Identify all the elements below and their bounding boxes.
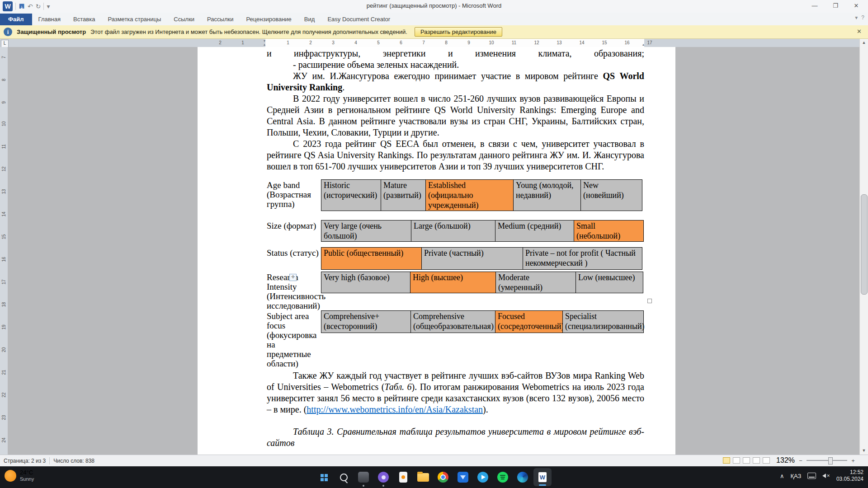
- start-icon[interactable]: [314, 467, 334, 487]
- matrix-row-cells: Comprehensive+ (всесторонний)Comprehensi…: [321, 310, 644, 333]
- ruler-number: 5: [377, 40, 380, 45]
- zoom-out-icon[interactable]: −: [797, 457, 804, 464]
- matrix-cell[interactable]: Established (официально учрежденный): [425, 179, 514, 211]
- matrix-cell[interactable]: Very high (базовое): [321, 272, 410, 293]
- table-move-handle-icon[interactable]: ✛: [289, 274, 297, 281]
- matrix-cell[interactable]: Medium (средний): [495, 220, 574, 242]
- ribbon-tab[interactable]: Рассылки: [201, 14, 240, 25]
- matrix-cell[interactable]: Private (частный): [421, 247, 523, 270]
- matrix-row: Size (формат)Very large (очень большой)L…: [267, 220, 644, 242]
- touch-keyboard-icon[interactable]: [807, 473, 816, 479]
- matrix-cell[interactable]: Historic (исторический): [321, 179, 381, 211]
- zoom-level[interactable]: 132%: [776, 456, 795, 465]
- clock[interactable]: 12:52 03.05.2024: [836, 469, 863, 483]
- word-count[interactable]: Число слов: 838: [53, 458, 94, 464]
- telegram-icon[interactable]: [473, 467, 493, 487]
- app-dark-icon[interactable]: [354, 467, 373, 487]
- ribbon-tabs: ФайлГлавнаяВставкаРазметка страницыСсылк…: [0, 13, 868, 26]
- phone-app-icon[interactable]: [393, 467, 413, 487]
- ribbon-tab[interactable]: Файл: [0, 14, 32, 25]
- matrix-cell[interactable]: Very large (очень большой): [321, 220, 411, 242]
- redo-icon[interactable]: ↻: [36, 1, 41, 11]
- matrix-cell[interactable]: Low (невысшее): [576, 272, 643, 293]
- document-page: и инфраструктуры, энергетики и изменения…: [198, 47, 675, 455]
- info-icon: i: [4, 28, 12, 36]
- qat-customize-icon[interactable]: ▾: [47, 1, 50, 11]
- ribbon-tab[interactable]: Вставка: [67, 14, 101, 25]
- undo-icon[interactable]: ↶: [28, 1, 33, 11]
- outline-view-icon[interactable]: [753, 457, 760, 464]
- fullscreen-view-icon[interactable]: [733, 457, 740, 464]
- ribbon-tab[interactable]: Главная: [32, 14, 67, 25]
- matrix-row-cells: Very high (базовое)High (высшее)Moderate…: [321, 272, 643, 293]
- matrix-cell[interactable]: High (высшее): [410, 272, 496, 293]
- ruler-number: 3: [332, 40, 335, 45]
- search-icon[interactable]: [334, 467, 354, 487]
- taskbar-weather-widget[interactable]: 24°C Sunny: [5, 469, 34, 482]
- matrix-cell[interactable]: Comprehensive (общеобразовательная): [410, 310, 495, 333]
- ribbon-tab[interactable]: Разметка страницы: [101, 14, 167, 25]
- matrix-cell[interactable]: Large (большой): [411, 220, 495, 242]
- speaker-muted-icon[interactable]: ✕: [822, 474, 830, 478]
- edge-icon[interactable]: [513, 467, 533, 487]
- matrix-cell[interactable]: Private – not for profit ( Частный неком…: [523, 247, 642, 270]
- collapse-ribbon-icon[interactable]: ▾: [855, 14, 858, 21]
- left-indent-marker[interactable]: ▴: [264, 43, 265, 47]
- zoom-in-icon[interactable]: +: [850, 457, 856, 464]
- ribbon-tab[interactable]: Ссылки: [167, 14, 201, 25]
- close-button[interactable]: ✕: [846, 0, 866, 12]
- chrome-icon[interactable]: [433, 467, 453, 487]
- banner-close-icon[interactable]: ✕: [857, 28, 862, 35]
- ribbon-right-controls: ▾ ?: [855, 14, 864, 21]
- ribbon-tab[interactable]: Вид: [298, 14, 321, 25]
- matrix-cell[interactable]: Public (общественный): [321, 247, 422, 270]
- matrix-cell[interactable]: Specialist (специализированный): [562, 310, 644, 333]
- file-explorer-icon[interactable]: [413, 467, 433, 487]
- scroll-down-icon[interactable]: ▼: [860, 447, 868, 455]
- zoom-slider-handle[interactable]: [828, 457, 833, 465]
- ruler-number: 10: [489, 40, 494, 45]
- matrix-cell[interactable]: Moderate (умеренный): [495, 272, 576, 293]
- ribbon-tab[interactable]: Рецензирование: [240, 14, 297, 25]
- ruler-number: 7: [422, 40, 425, 45]
- ribbon-tab[interactable]: Easy Document Creator: [321, 14, 396, 25]
- app-purple-icon: [378, 472, 389, 483]
- page-indicator[interactable]: Страница: 2 из 3: [4, 458, 46, 464]
- right-indent-marker[interactable]: ▴: [642, 43, 644, 47]
- tab-stop-selector[interactable]: L: [1, 40, 9, 47]
- horizontal-ruler: ▾ ▴ ▴ 211234567891011121314151617: [0, 39, 860, 47]
- web-layout-view-icon[interactable]: [743, 457, 750, 464]
- save-icon[interactable]: 🖪: [19, 1, 25, 11]
- tray-chevron-icon[interactable]: ∧: [780, 473, 784, 479]
- matrix-row-label: Size (формат): [267, 220, 321, 230]
- ruler-number: 9: [467, 40, 470, 45]
- vertical-scrollbar[interactable]: ▲ ▼: [859, 39, 868, 455]
- app-purple-icon[interactable]: [373, 467, 393, 487]
- ruler-number: 10: [1, 121, 6, 127]
- zoom-slider[interactable]: [807, 460, 847, 461]
- scroll-up-icon[interactable]: ▲: [860, 39, 868, 47]
- matrix-cell[interactable]: Small (небольшой): [574, 220, 644, 242]
- scrollbar-thumb[interactable]: [861, 194, 868, 295]
- matrix-cell[interactable]: Comprehensive+ (всесторонний): [321, 310, 411, 333]
- matrix-cell[interactable]: Focused (сосредоточенный): [495, 310, 563, 333]
- matrix-cell[interactable]: Mature (развитый): [381, 179, 426, 211]
- matrix-cell[interactable]: New (новейший): [580, 179, 642, 211]
- word-app-icon[interactable]: W: [3, 1, 13, 11]
- table-resize-handle[interactable]: [647, 299, 652, 303]
- draft-view-icon[interactable]: [763, 457, 770, 464]
- word-icon[interactable]: W: [533, 468, 552, 486]
- maximize-button[interactable]: ❐: [826, 0, 845, 12]
- matrix-cell[interactable]: Young (молодой, недавний): [513, 179, 581, 211]
- language-indicator[interactable]: ҚАЗ: [790, 473, 801, 479]
- help-icon[interactable]: ?: [861, 14, 864, 21]
- spotify-icon[interactable]: [493, 467, 513, 487]
- media-app-icon[interactable]: [453, 467, 473, 487]
- webometrics-link[interactable]: http://www.webometrics.info/en/Asia/Kaza…: [307, 404, 483, 414]
- print-layout-view-icon[interactable]: [723, 457, 730, 464]
- enable-editing-button[interactable]: Разрешить редактирование: [415, 27, 502, 37]
- weather-temp: 24°C: [20, 469, 34, 476]
- minimize-button[interactable]: —: [805, 0, 825, 12]
- search-icon: [340, 474, 348, 481]
- ruler-number: 16: [624, 40, 629, 45]
